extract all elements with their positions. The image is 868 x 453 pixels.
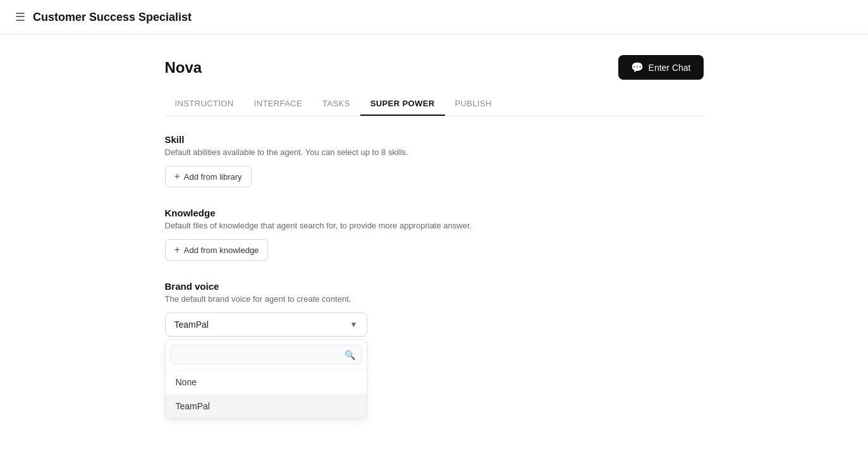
enter-chat-label: Enter Chat xyxy=(649,63,691,73)
add-from-library-button[interactable]: + Add from library xyxy=(165,166,252,187)
app-header: ☰ Customer Success Specialist xyxy=(0,0,868,35)
menu-icon[interactable]: ☰ xyxy=(15,10,25,24)
knowledge-title: Knowledge xyxy=(165,208,704,218)
search-icon: 🔍 xyxy=(345,350,355,360)
agent-header: Nova 💬 Enter Chat xyxy=(165,55,704,80)
knowledge-description: Default files of knowledge that agent se… xyxy=(165,221,704,230)
main-content: Nova 💬 Enter Chat INSTRUCTION INTERFACE … xyxy=(150,35,719,453)
brand-voice-search-container: 🔍 xyxy=(166,340,367,370)
agent-name: Nova xyxy=(165,59,202,77)
brand-voice-dropdown[interactable]: TeamPal ▼ xyxy=(165,313,367,337)
add-library-label: Add from library xyxy=(184,172,242,182)
tabs-nav: INSTRUCTION INTERFACE TASKS SUPER POWER … xyxy=(165,92,704,116)
tab-super-power[interactable]: SUPER POWER xyxy=(360,92,445,116)
skill-section: Skill Default abilities available to the… xyxy=(165,134,704,187)
brand-voice-section: Brand voice The default brand voice for … xyxy=(165,281,704,419)
chat-icon: 💬 xyxy=(631,61,644,73)
brand-voice-search-input[interactable] xyxy=(171,345,362,364)
skill-title: Skill xyxy=(165,134,704,145)
tab-interface[interactable]: INTERFACE xyxy=(244,92,312,116)
skill-description: Default abilities available to the agent… xyxy=(165,147,704,157)
enter-chat-button[interactable]: 💬 Enter Chat xyxy=(618,55,704,80)
brand-voice-description: The default brand voice for agent to cre… xyxy=(165,294,704,304)
chevron-down-icon: ▼ xyxy=(350,320,358,329)
brand-voice-dropdown-panel: 🔍 None TeamPal xyxy=(165,339,367,419)
page-title: Customer Success Specialist xyxy=(33,11,192,24)
plus-icon: + xyxy=(174,171,180,182)
tab-tasks[interactable]: TASKS xyxy=(312,92,360,116)
add-knowledge-label: Add from knowledge xyxy=(184,245,259,255)
tab-instruction[interactable]: INSTRUCTION xyxy=(165,92,244,116)
add-from-knowledge-button[interactable]: + Add from knowledge xyxy=(165,239,269,261)
brand-voice-title: Brand voice xyxy=(165,281,704,292)
dropdown-option-none[interactable]: None xyxy=(166,370,367,394)
brand-voice-selected-value: TeamPal xyxy=(174,320,209,330)
dropdown-option-teampal[interactable]: TeamPal xyxy=(166,394,367,418)
knowledge-section: Knowledge Default files of knowledge tha… xyxy=(165,208,704,261)
plus-icon-knowledge: + xyxy=(174,244,180,256)
tab-publish[interactable]: PUBLISH xyxy=(445,92,502,116)
